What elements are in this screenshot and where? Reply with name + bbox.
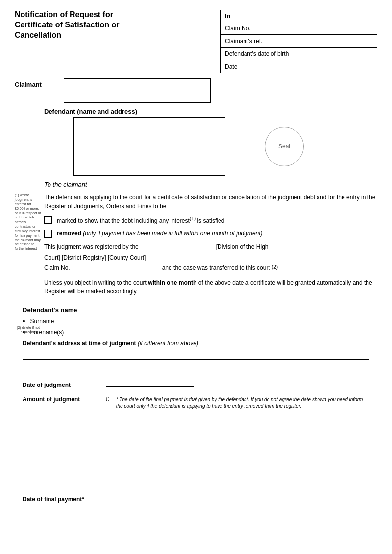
amount-label: Amount of judgment: [23, 396, 101, 403]
final-payment-row: Date of final payment*: [23, 413, 369, 554]
forename-row: • Forename(s): [23, 328, 369, 336]
unless-paragraph: Unless you object in writing to the cour…: [44, 278, 377, 296]
address-field-2[interactable]: [23, 363, 369, 373]
page-title: Notification of Request for Certificate …: [15, 10, 211, 40]
pound-symbol: £: [106, 396, 109, 403]
defendants-name-title: Defendant's name: [23, 306, 369, 313]
main-paragraph: The defendant is applying to the court f…: [44, 193, 377, 211]
address-label: Defendant's address at time of judgment …: [23, 340, 369, 347]
date-judgment-row: Date of judgment: [23, 378, 369, 388]
claim-no-row: Claim No.: [221, 22, 377, 35]
side-note-1: (1) where judgment is entered for £5,000…: [15, 193, 42, 251]
superscript-2: (2): [272, 264, 278, 273]
claimant-input-box[interactable]: [64, 78, 211, 103]
date-judgment-label: Date of judgment: [23, 382, 101, 388]
right-panel: In Claim No. Claimant's ref. Defendant's…: [220, 10, 377, 73]
final-payment-label: Date of final payment*: [23, 496, 101, 503]
forename-field[interactable]: [74, 328, 369, 336]
claimant-label: Claimant: [15, 78, 64, 103]
checkbox-marked-row: marked to show that the debt including a…: [44, 216, 377, 225]
claimants-ref-row: Claimant's ref.: [221, 35, 377, 48]
checkbox-removed-row: removed (only if payment has been made i…: [44, 229, 377, 238]
defendant-label: Defendant (name and address): [44, 108, 377, 115]
surname-row: • Surname: [23, 317, 369, 325]
seal-label: Seal: [278, 143, 290, 150]
checkbox-removed-text: removed (only if payment has been made i…: [57, 229, 263, 238]
side-note-2: (2) delete if not applicable: [15, 325, 42, 334]
claim-no-label: Claim No.: [225, 25, 251, 32]
claimants-ref-label: Claimant's ref.: [225, 38, 262, 45]
final-payment-field-2[interactable]: [106, 505, 194, 554]
final-payment-field-1[interactable]: [106, 413, 194, 501]
final-payment-note: * The date of the final payment is that …: [116, 396, 369, 409]
in-label: In: [221, 10, 377, 22]
checkbox-marked-text: marked to show that the debt including a…: [57, 216, 224, 225]
defendant-input-box[interactable]: [74, 117, 225, 176]
date-label: Date: [225, 63, 237, 70]
superscript-1: (1): [190, 216, 196, 221]
dob-row: Defendant's date of birth: [221, 48, 377, 60]
address-field-1[interactable]: [23, 350, 369, 360]
seal-circle: Seal: [265, 127, 304, 166]
date-judgment-field[interactable]: [106, 378, 194, 387]
address-section: Defendant's address at time of judgment …: [23, 340, 369, 373]
checkbox-removed[interactable]: [44, 230, 52, 238]
surname-field[interactable]: [74, 317, 369, 325]
bullet-surname: •: [23, 317, 25, 325]
dob-label: Defendant's date of birth: [225, 50, 289, 57]
date-row: Date: [221, 60, 377, 73]
checkbox-marked[interactable]: [44, 216, 52, 224]
bottom-box: Defendant's name • Surname • Forename(s)…: [15, 301, 377, 554]
amount-row: Amount of judgment £ * The date of the f…: [23, 392, 369, 409]
data-rows: Date of judgment Amount of judgment £ * …: [23, 378, 369, 554]
surname-label: Surname: [30, 318, 70, 325]
amount-field-group: £: [106, 392, 111, 403]
judgment-paragraph: This judgment was registered by the [Div…: [44, 242, 377, 274]
to-claimant: To the claimant: [44, 181, 377, 188]
